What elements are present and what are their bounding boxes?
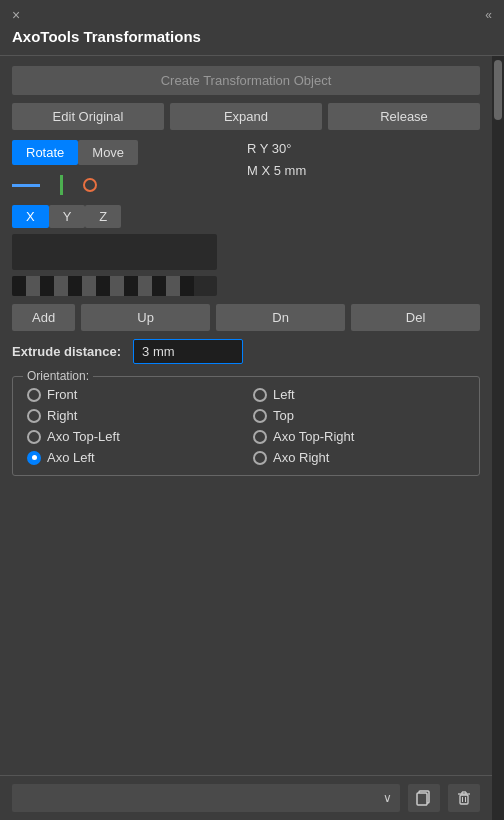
extrude-label: Extrude distance: bbox=[12, 344, 121, 359]
pattern-seg-7 bbox=[96, 276, 110, 296]
collapse-button[interactable]: « bbox=[485, 8, 492, 22]
axis-indicators bbox=[12, 171, 217, 199]
pattern-seg-10 bbox=[138, 276, 152, 296]
pattern-seg-11 bbox=[152, 276, 166, 296]
z-axis-button[interactable]: Z bbox=[85, 205, 121, 228]
orientation-axo-top-left[interactable]: Axo Top-Left bbox=[27, 429, 243, 444]
title-bar: × « bbox=[0, 0, 504, 28]
create-transformation-button[interactable]: Create Transformation Object bbox=[12, 66, 480, 95]
pattern-seg-6 bbox=[82, 276, 96, 296]
pattern-seg-2 bbox=[26, 276, 40, 296]
y-axis-button[interactable]: Y bbox=[49, 205, 86, 228]
pattern-seg-1 bbox=[12, 276, 26, 296]
pattern-seg-13 bbox=[180, 276, 194, 296]
radio-axo-left bbox=[27, 451, 41, 465]
orientation-grid: Front Left Right Top bbox=[27, 387, 469, 465]
expand-button[interactable]: Expand bbox=[170, 103, 322, 130]
transform-line-2: M X 5 mm bbox=[247, 160, 306, 182]
radio-top-label: Top bbox=[273, 408, 294, 423]
scrollbar-thumb[interactable] bbox=[494, 60, 502, 120]
panel-title: AxoTools Transformations bbox=[0, 28, 504, 56]
pattern-bar bbox=[12, 276, 217, 296]
xyz-buttons: X Y Z bbox=[12, 205, 217, 228]
copy-preset-button[interactable] bbox=[408, 784, 440, 812]
x-axis-indicator bbox=[12, 184, 40, 187]
scrollbar[interactable] bbox=[492, 56, 504, 820]
add-button[interactable]: Add bbox=[12, 304, 75, 331]
orientation-right[interactable]: Right bbox=[27, 408, 243, 423]
orientation-front[interactable]: Front bbox=[27, 387, 243, 402]
transform-line-1: R Y 30° bbox=[247, 138, 306, 160]
delete-preset-button[interactable] bbox=[448, 784, 480, 812]
up-button[interactable]: Up bbox=[81, 304, 210, 331]
radio-axo-left-label: Axo Left bbox=[47, 450, 95, 465]
content-area: Create Transformation Object Edit Origin… bbox=[0, 56, 492, 775]
del-button[interactable]: Del bbox=[351, 304, 480, 331]
radio-front bbox=[27, 388, 41, 402]
radio-axo-right bbox=[253, 451, 267, 465]
orientation-axo-left[interactable]: Axo Left bbox=[27, 450, 243, 465]
tab-info-row: Rotate Move X Y Z bbox=[12, 138, 480, 296]
orientation-legend: Orientation: bbox=[23, 369, 93, 383]
slider-area[interactable] bbox=[12, 234, 217, 270]
svg-rect-1 bbox=[417, 793, 427, 805]
pattern-seg-12 bbox=[166, 276, 180, 296]
copy-icon bbox=[415, 789, 433, 807]
radio-axo-right-label: Axo Right bbox=[273, 450, 329, 465]
orientation-top[interactable]: Top bbox=[253, 408, 469, 423]
pattern-seg-4 bbox=[54, 276, 68, 296]
y-axis-indicator bbox=[60, 175, 63, 195]
release-button[interactable]: Release bbox=[328, 103, 480, 130]
add-action-row: Add Up Dn Del bbox=[12, 304, 480, 331]
move-tab[interactable]: Move bbox=[78, 140, 138, 165]
orientation-box: Orientation: Front Left Right bbox=[12, 376, 480, 476]
trash-icon bbox=[455, 789, 473, 807]
radio-right-label: Right bbox=[47, 408, 77, 423]
dn-button[interactable]: Dn bbox=[216, 304, 345, 331]
main-area: Create Transformation Object Edit Origin… bbox=[0, 56, 504, 820]
extrude-input[interactable] bbox=[133, 339, 243, 364]
radio-axo-top-left bbox=[27, 430, 41, 444]
pattern-seg-9 bbox=[124, 276, 138, 296]
rotate-move-tabs: Rotate Move bbox=[12, 140, 217, 165]
radio-top bbox=[253, 409, 267, 423]
rotate-tab[interactable]: Rotate bbox=[12, 140, 78, 165]
svg-rect-2 bbox=[460, 795, 468, 804]
radio-left-label: Left bbox=[273, 387, 295, 402]
pattern-seg-3 bbox=[40, 276, 54, 296]
z-axis-indicator bbox=[83, 178, 97, 192]
edit-original-button[interactable]: Edit Original bbox=[12, 103, 164, 130]
transform-info: R Y 30° M X 5 mm bbox=[247, 138, 306, 182]
action-buttons-row: Edit Original Expand Release bbox=[12, 103, 480, 130]
main-content: Create Transformation Object Edit Origin… bbox=[0, 56, 492, 820]
orientation-axo-right[interactable]: Axo Right bbox=[253, 450, 469, 465]
chevron-down-icon: ∨ bbox=[383, 791, 392, 805]
orientation-left[interactable]: Left bbox=[253, 387, 469, 402]
pattern-seg-8 bbox=[110, 276, 124, 296]
bottom-bar: ∨ bbox=[0, 775, 492, 820]
radio-axo-top-right-label: Axo Top-Right bbox=[273, 429, 354, 444]
pattern-seg-5 bbox=[68, 276, 82, 296]
panel: × « AxoTools Transformations Create Tran… bbox=[0, 0, 504, 820]
orientation-axo-top-right[interactable]: Axo Top-Right bbox=[253, 429, 469, 444]
radio-right bbox=[27, 409, 41, 423]
radio-left bbox=[253, 388, 267, 402]
preset-dropdown[interactable]: ∨ bbox=[12, 784, 400, 812]
left-controls: Rotate Move X Y Z bbox=[12, 138, 217, 296]
extrude-row: Extrude distance: bbox=[12, 339, 480, 364]
x-axis-button[interactable]: X bbox=[12, 205, 49, 228]
radio-axo-top-right bbox=[253, 430, 267, 444]
radio-front-label: Front bbox=[47, 387, 77, 402]
close-button[interactable]: × bbox=[12, 8, 26, 22]
radio-axo-top-left-label: Axo Top-Left bbox=[47, 429, 120, 444]
